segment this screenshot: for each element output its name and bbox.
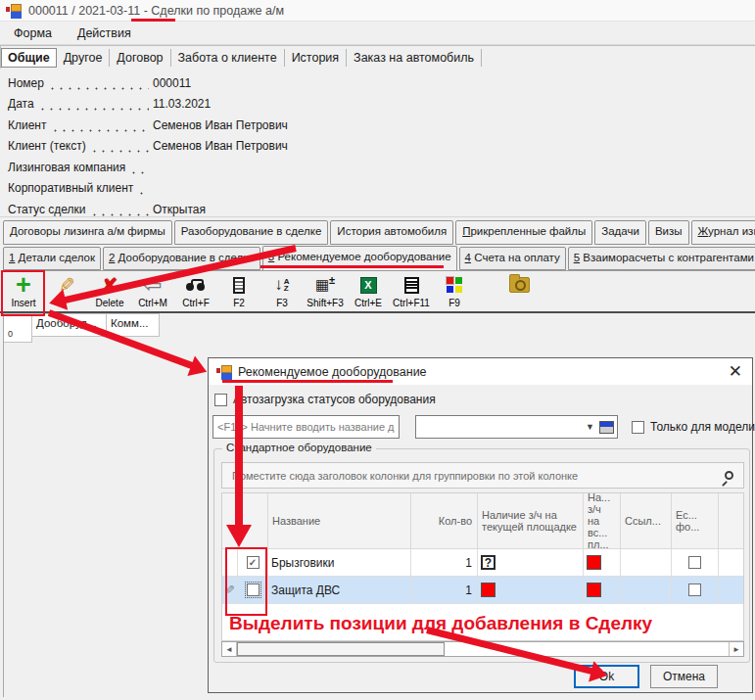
- extra-checkbox[interactable]: [688, 556, 701, 569]
- dialog-title: Рекомендуемое дооборудование: [238, 365, 427, 379]
- menu-item-deystviya[interactable]: Действия: [77, 26, 131, 40]
- autoload-checkbox[interactable]: [214, 394, 227, 406]
- report-button[interactable]: Ctrl+F11: [390, 272, 433, 308]
- deal-form: Номер 000011 Дата 11.03.2021 Клиент Семе…: [8, 72, 429, 220]
- extra-checkbox[interactable]: [688, 583, 701, 596]
- cancel-button[interactable]: Отмена: [650, 665, 718, 688]
- filter-plusminus-icon: [315, 276, 335, 294]
- field-label: Корпоративный клиент: [8, 181, 133, 195]
- field-label: Номер: [8, 76, 44, 90]
- autoload-checkbox-label: Автозагрузка статусов оборудования: [233, 393, 436, 406]
- header-filler: [719, 493, 743, 549]
- dot-leader: [38, 99, 149, 111]
- tab-istoriya[interactable]: История: [285, 49, 347, 67]
- sort-az-icon: ↓A Z: [274, 277, 289, 293]
- field-value[interactable]: Открытая: [153, 203, 206, 216]
- tab-zhurnal[interactable]: Журнал изменений: [691, 220, 755, 245]
- dot-leader: [90, 205, 150, 216]
- tab-zakaz[interactable]: Заказ на автомобиль: [347, 49, 482, 67]
- form-divider: [0, 216, 755, 217]
- extra-cell[interactable]: [672, 577, 719, 604]
- excel-export-icon: X: [360, 277, 377, 294]
- red-status-icon: [481, 583, 495, 597]
- header-extra[interactable]: Ес... фо...: [672, 493, 719, 549]
- menu-item-forma[interactable]: Форма: [14, 26, 52, 40]
- tab-drugoe[interactable]: Другое: [57, 49, 111, 67]
- dot-leader: [48, 78, 149, 90]
- header-stock-all[interactable]: На... з/ч на вс... пл...: [584, 493, 621, 549]
- sort-button[interactable]: ↓A Z F3: [260, 272, 304, 308]
- tab-4-scheta[interactable]: 4 Счета на оплату: [459, 247, 566, 270]
- window-title: 000011 / 2021-03-11 - Сделки по продаже …: [28, 4, 284, 18]
- panel-left-border: [3, 313, 4, 697]
- tab-dogovory-lizinga[interactable]: Договоры лизинга а/м фирмы: [3, 220, 172, 245]
- tab-obschie[interactable]: Общие: [1, 48, 57, 68]
- form-row-klient: Клиент Семенов Иван Петрович: [8, 115, 429, 136]
- find-binoculars-icon: [185, 279, 207, 292]
- open-form-icon[interactable]: [599, 421, 614, 434]
- groupbox-title: Стандартное оборудование: [222, 442, 376, 453]
- model-only-checkbox[interactable]: [632, 421, 644, 434]
- section-tab-strip: Договоры лизинга а/м фирмы Разоборудован…: [3, 220, 755, 246]
- field-label: Клиент: [8, 118, 47, 132]
- link-cell: [621, 577, 672, 604]
- name-cell[interactable]: Брызговики: [268, 549, 411, 577]
- chevron-down-icon[interactable]: ▼: [586, 422, 594, 432]
- field-value[interactable]: Семенов Иван Петрович: [153, 118, 288, 132]
- dot-leader: [51, 120, 150, 132]
- form-row-data: Дата 11.03.2021: [8, 94, 429, 116]
- color-settings-button[interactable]: F9: [433, 272, 476, 308]
- tab-dogovor[interactable]: Договор: [110, 49, 170, 67]
- dialog-close-icon[interactable]: ✕: [729, 361, 742, 382]
- name-cell[interactable]: Защита ДВС: [268, 577, 411, 604]
- tab-zadachi[interactable]: Задачи: [594, 220, 646, 245]
- tab-zabota[interactable]: Забота о клиенте: [171, 49, 285, 67]
- field-value[interactable]: Семенов Иван Петрович: [153, 139, 288, 153]
- tab-razoborudovanie[interactable]: Разоборудование в сделке: [174, 220, 329, 245]
- filler-cell: [719, 549, 743, 577]
- qty-cell[interactable]: 1: [411, 577, 478, 604]
- filter-button[interactable]: Shift+F3: [304, 272, 347, 308]
- report-doc-icon: [404, 277, 419, 294]
- qty-cell[interactable]: 1: [411, 549, 478, 577]
- folder-search-button[interactable]: [497, 272, 541, 298]
- header-stock-current[interactable]: Наличие з/ч на текущей площадке: [478, 493, 584, 549]
- tab-vizy[interactable]: Визы: [648, 220, 689, 245]
- annotation-box-insert: [1, 270, 45, 316]
- annotation-underline-title: [131, 19, 175, 22]
- dot-leader: [90, 141, 149, 153]
- header-name[interactable]: Название: [268, 493, 411, 549]
- scroll-right-icon[interactable]: ►: [729, 642, 743, 656]
- table-row-bryzgoviki[interactable]: Брызговики 1 ?: [222, 549, 743, 577]
- tab-prikreplennye[interactable]: Прикрепленные файлы: [455, 220, 592, 245]
- dialog-window-icon: [216, 364, 231, 379]
- field-label: Клиент (текст): [8, 139, 86, 153]
- color-squares-icon: [447, 277, 463, 294]
- tab-1-detali[interactable]: 1 Детали сделок: [3, 247, 101, 270]
- table-row-zaschita-dvs[interactable]: ✎ Защита ДВС 1: [222, 577, 743, 604]
- scrollbar-thumb[interactable]: [237, 642, 445, 656]
- extra-cell[interactable]: [672, 549, 719, 577]
- tab-5-vzaimoraschety[interactable]: 5 Взаиморасчеты с контрагентами: [568, 247, 755, 270]
- search-icon[interactable]: [725, 471, 733, 480]
- header-qty[interactable]: Кол-во: [411, 493, 478, 549]
- unknown-status-icon: ?: [481, 555, 495, 570]
- row-number-cell: 0: [3, 313, 32, 343]
- scroll-left-icon[interactable]: ◄: [222, 642, 237, 656]
- model-only-row: Только для модели: [632, 420, 755, 434]
- field-value[interactable]: 000011: [153, 76, 191, 90]
- group-by-panel[interactable]: Поместите сюда заголовок колонки для гру…: [221, 462, 744, 489]
- annotation-box-checkboxes: [225, 547, 267, 616]
- header-link[interactable]: Ссыл...: [621, 493, 672, 549]
- find-button[interactable]: Ctrl+F: [174, 272, 217, 308]
- card-view-icon: [233, 277, 245, 294]
- annotation-underline-dialog-title: [222, 380, 393, 383]
- tab-istoriya-avto[interactable]: История автомобиля: [330, 220, 453, 245]
- equipment-combobox[interactable]: ▼: [415, 415, 618, 439]
- card-view-button[interactable]: F2: [217, 272, 260, 308]
- stock-current-cell: ?: [478, 549, 584, 577]
- red-status-icon: [587, 555, 601, 570]
- field-value[interactable]: 11.03.2021: [153, 97, 211, 111]
- excel-export-button[interactable]: X Ctrl+E: [347, 272, 390, 308]
- menu-bar: Форма Действия: [0, 22, 755, 45]
